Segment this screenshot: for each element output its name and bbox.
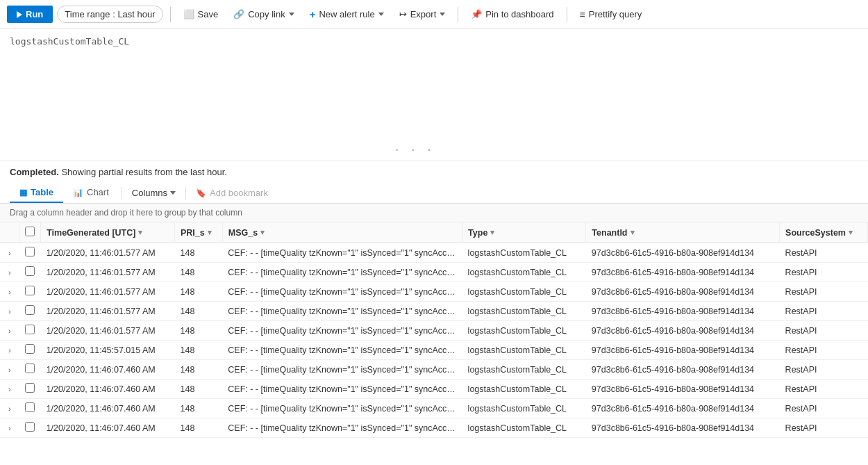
- add-bookmark-button[interactable]: 🔖 Add bookmark: [189, 184, 275, 202]
- type-filter-icon[interactable]: ▾: [490, 228, 494, 237]
- th-type[interactable]: Type ▾: [462, 222, 586, 243]
- expand-icon-6[interactable]: ›: [6, 362, 14, 377]
- th-sourcesystem-label: SourceSystem: [785, 228, 846, 238]
- time-range-button[interactable]: Time range : Last hour: [57, 6, 162, 23]
- run-label: Run: [26, 9, 43, 19]
- row-checkbox-cell-4[interactable]: [19, 321, 41, 341]
- th-checkbox[interactable]: [19, 222, 41, 243]
- row-checkbox-9[interactable]: [25, 422, 35, 432]
- row-expand-0[interactable]: ›: [0, 243, 19, 263]
- row-checkbox-cell-0[interactable]: [19, 243, 41, 263]
- cell-type-5: logstashCustomTable_CL: [462, 341, 586, 360]
- cell-type-3: logstashCustomTable_CL: [462, 302, 586, 321]
- expand-icon-4[interactable]: ›: [6, 323, 14, 338]
- th-timegenerated[interactable]: TimeGenerated [UTC] ▾: [41, 222, 175, 243]
- cell-type-0: logstashCustomTable_CL: [462, 243, 586, 263]
- expand-icon-3[interactable]: ›: [6, 304, 14, 319]
- cell-source-5: RestAPI: [780, 341, 868, 360]
- row-checkbox-cell-8[interactable]: [19, 399, 41, 418]
- expand-icon-0[interactable]: ›: [6, 245, 14, 261]
- row-expand-5[interactable]: ›: [0, 341, 19, 360]
- row-expand-3[interactable]: ›: [0, 302, 19, 321]
- expand-icon-5[interactable]: ›: [6, 343, 14, 358]
- cell-tenant-5: 97d3c8b6-61c5-4916-b80a-908ef914d134: [586, 341, 780, 360]
- cell-time-9: 1/20/2020, 11:46:07.460 AM: [41, 418, 175, 438]
- columns-button[interactable]: Columns: [125, 184, 183, 202]
- th-msg-label: MSG_s: [228, 228, 258, 238]
- expand-icon-7[interactable]: ›: [6, 382, 14, 397]
- cell-msg-7: CEF: - - [timeQuality tzKnown="1" isSync…: [222, 380, 462, 399]
- pin-to-dashboard-button[interactable]: 📌 Pin to dashboard: [465, 6, 559, 22]
- tab-table[interactable]: ▦ Table: [10, 183, 63, 203]
- resize-handle[interactable]: · · ·: [394, 143, 434, 156]
- th-pri-label: PRI_s: [181, 228, 205, 238]
- row-expand-6[interactable]: ›: [0, 360, 19, 380]
- query-editor[interactable]: logstashCustomTable_CL · · ·: [0, 29, 868, 161]
- cell-type-8: logstashCustomTable_CL: [462, 399, 586, 418]
- pri-filter-icon[interactable]: ▾: [208, 228, 212, 237]
- export-icon: ↦: [399, 9, 407, 19]
- new-alert-rule-button[interactable]: + New alert rule: [304, 6, 390, 23]
- row-checkbox-4[interactable]: [25, 325, 35, 334]
- table-row: › 1/20/2020, 11:45:57.015 AM 148 CEF: - …: [0, 341, 868, 360]
- msg-filter-icon[interactable]: ▾: [260, 228, 265, 237]
- row-checkbox-8[interactable]: [25, 402, 35, 412]
- prettify-query-button[interactable]: ≡ Prettify query: [574, 6, 648, 23]
- row-checkbox-0[interactable]: [25, 247, 35, 256]
- row-checkbox-cell-6[interactable]: [19, 360, 41, 380]
- tenantid-filter-icon[interactable]: ▾: [631, 228, 635, 237]
- expand-icon-9[interactable]: ›: [6, 421, 14, 436]
- th-pri-s[interactable]: PRI_s ▾: [174, 222, 222, 243]
- row-checkbox-3[interactable]: [25, 305, 35, 315]
- bookmark-icon: 🔖: [196, 188, 206, 198]
- run-button[interactable]: Run: [7, 6, 53, 23]
- row-checkbox-5[interactable]: [25, 344, 35, 354]
- cell-msg-3: CEF: - - [timeQuality tzKnown="1" isSync…: [222, 302, 462, 321]
- cell-source-4: RestAPI: [780, 321, 868, 341]
- row-checkbox-cell-5[interactable]: [19, 341, 41, 360]
- cell-source-3: RestAPI: [780, 302, 868, 321]
- row-checkbox-2[interactable]: [25, 286, 35, 295]
- table-row: › 1/20/2020, 11:46:07.460 AM 148 CEF: - …: [0, 399, 868, 418]
- row-expand-2[interactable]: ›: [0, 282, 19, 302]
- prettify-icon: ≡: [580, 9, 585, 20]
- th-tenantid[interactable]: TenantId ▾: [586, 222, 780, 243]
- row-checkbox-7[interactable]: [25, 383, 35, 393]
- row-checkbox-cell-7[interactable]: [19, 380, 41, 399]
- cell-tenant-7: 97d3c8b6-61c5-4916-b80a-908ef914d134: [586, 380, 780, 399]
- export-button[interactable]: ↦ Export: [394, 6, 451, 22]
- row-checkbox-cell-3[interactable]: [19, 302, 41, 321]
- row-expand-1[interactable]: ›: [0, 263, 19, 282]
- row-checkbox-cell-9[interactable]: [19, 418, 41, 438]
- row-expand-4[interactable]: ›: [0, 321, 19, 341]
- row-expand-8[interactable]: ›: [0, 399, 19, 418]
- th-sourcesystem[interactable]: SourceSystem ▾: [780, 222, 868, 243]
- cell-type-2: logstashCustomTable_CL: [462, 282, 586, 302]
- row-checkbox-1[interactable]: [25, 266, 35, 276]
- row-checkbox-cell-1[interactable]: [19, 263, 41, 282]
- row-expand-7[interactable]: ›: [0, 380, 19, 399]
- cell-source-1: RestAPI: [780, 263, 868, 282]
- chart-tab-label: Chart: [87, 187, 109, 197]
- tab-chart[interactable]: 📊 Chart: [63, 183, 119, 203]
- plus-icon: +: [310, 8, 316, 20]
- copy-link-button[interactable]: 🔗 Copy link: [228, 6, 299, 22]
- cell-time-3: 1/20/2020, 11:46:01.577 AM: [41, 302, 175, 321]
- row-expand-9[interactable]: ›: [0, 418, 19, 438]
- cell-msg-0: CEF: - - [timeQuality tzKnown="1" isSync…: [222, 243, 462, 263]
- th-msg-s[interactable]: MSG_s ▾: [222, 222, 462, 243]
- row-checkbox-6[interactable]: [25, 364, 35, 373]
- row-checkbox-cell-2[interactable]: [19, 282, 41, 302]
- cell-tenant-1: 97d3c8b6-61c5-4916-b80a-908ef914d134: [586, 263, 780, 282]
- save-button[interactable]: ⬜ Save: [178, 6, 224, 22]
- timegenerated-filter-icon[interactable]: ▾: [138, 228, 142, 237]
- expand-icon-2[interactable]: ›: [6, 284, 14, 300]
- select-all-checkbox[interactable]: [25, 227, 35, 236]
- expand-icon-8[interactable]: ›: [6, 401, 14, 416]
- cell-type-9: logstashCustomTable_CL: [462, 418, 586, 438]
- table-row: › 1/20/2020, 11:46:01.577 AM 148 CEF: - …: [0, 243, 868, 263]
- sourcesystem-filter-icon[interactable]: ▾: [849, 228, 853, 237]
- expand-icon-1[interactable]: ›: [6, 265, 14, 280]
- cell-time-2: 1/20/2020, 11:46:01.577 AM: [41, 282, 175, 302]
- cell-tenant-8: 97d3c8b6-61c5-4916-b80a-908ef914d134: [586, 399, 780, 418]
